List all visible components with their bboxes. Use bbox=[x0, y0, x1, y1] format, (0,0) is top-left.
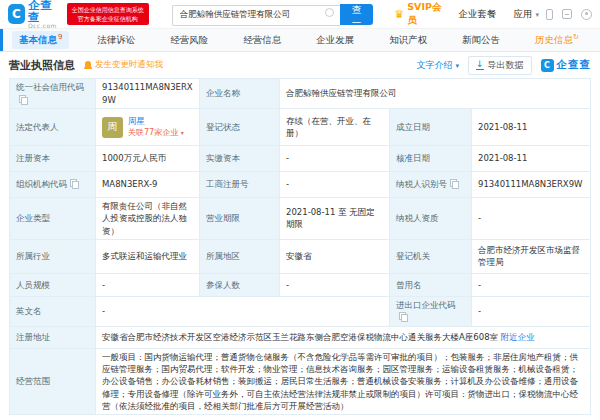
reg-capital-value: 1000万元人民币 bbox=[96, 146, 200, 172]
business-scope-value: 一般项目：国内货物运输代理；普通货物仓储服务（不含危险化学品等需许可审批的项目）… bbox=[96, 348, 591, 415]
english-name-value: - bbox=[96, 296, 390, 326]
reg-status-label: 登记状态 bbox=[200, 109, 280, 146]
reg-authority-label: 登记机关 bbox=[390, 239, 472, 273]
legal-rep-avatar[interactable]: 周 bbox=[102, 117, 123, 138]
former-name-value: - bbox=[472, 273, 591, 296]
bell-icon bbox=[84, 61, 92, 70]
approval-date-label: 核准日期 bbox=[390, 146, 472, 172]
section-title: 营业执照信息 bbox=[9, 58, 75, 73]
company-type-label: 企业类型 bbox=[10, 198, 96, 240]
table-row: 经营范围 一般项目：国内货物运输代理；普通货物仓储服务（不含危险化学品等需许可审… bbox=[10, 348, 591, 415]
search-input[interactable] bbox=[172, 5, 340, 26]
staff-size-label: 人员规模 bbox=[10, 273, 96, 296]
staff-size-value: - bbox=[96, 273, 200, 296]
download-icon: ↓ bbox=[476, 60, 484, 69]
region-value: 安徽省 bbox=[280, 239, 390, 273]
crown-icon: ♛ bbox=[394, 9, 404, 20]
nearby-companies-link[interactable]: 附近企业 bbox=[501, 332, 535, 342]
est-date-value: 2021-08-11 bbox=[472, 109, 591, 146]
chevron-down-icon: ▾ bbox=[181, 129, 184, 136]
business-license-table: 统一社会信用代码 91340111MA8N3ERX9W 企业名称 合肥鲸翰供应链… bbox=[9, 78, 591, 415]
industry-label: 所属行业 bbox=[10, 239, 96, 273]
copy-icon[interactable] bbox=[450, 179, 458, 188]
table-row: 英文名 - 进出口企业代码 - bbox=[10, 296, 591, 326]
enterprise-package-link[interactable]: 企业套餐 bbox=[458, 8, 496, 21]
table-row: 组织机构代码 MA8N3ERX-9 工商注册号 - 纳税人识别号 9134011… bbox=[10, 172, 591, 198]
reg-capital-label: 注册资本 bbox=[10, 146, 96, 172]
copy-icon[interactable] bbox=[19, 95, 27, 104]
tab-news-announcements[interactable]: 新闻公告 bbox=[455, 32, 507, 49]
table-row: 企业类型 有限责任公司（非自然人投资或控股的法人独资） 营业期限 2021-08… bbox=[10, 198, 591, 240]
tab-operation-info[interactable]: 经营信息 bbox=[236, 32, 288, 49]
tab-nav: 基本信息9 法律诉讼 经营风险 经营信息 企业发展 知识产权 新闻公告 历史信息… bbox=[0, 28, 600, 52]
table-row: 统一社会信用代码 91340111MA8N3ERX9W 企业名称 合肥鲸翰供应链… bbox=[10, 79, 591, 109]
approval-date-value: 2021-08-11 bbox=[472, 146, 591, 172]
org-code-value: MA8N3ERX-9 bbox=[96, 172, 200, 198]
chevron-down-icon: ▾ bbox=[455, 62, 459, 70]
org-code-label: 组织机构代码 bbox=[10, 172, 96, 198]
tab-operation-risk[interactable]: 经营风险 bbox=[163, 32, 215, 49]
tab-basic-info[interactable]: 基本信息9 bbox=[12, 31, 69, 49]
import-export-code-label: 进出口企业代码 bbox=[390, 296, 472, 326]
legal-rep-name-link[interactable]: 周星 bbox=[128, 115, 184, 127]
region-label: 所属地区 bbox=[200, 239, 280, 273]
export-data-button[interactable]: ↓ 导出数据 bbox=[468, 56, 532, 75]
qcc-watermark: C 企查查 bbox=[541, 58, 592, 72]
change-notify-link[interactable]: 发生变更时通知我 bbox=[84, 59, 163, 71]
table-row: 法定代表人 周 周星 关联77家企业 ▾ 登记状态 存续（在营、开业、在册） 成… bbox=[10, 109, 591, 146]
chevron-down-icon: ▾ bbox=[535, 11, 539, 19]
taxpayer-quality-label: 纳税人资质 bbox=[390, 198, 472, 240]
related-companies-link[interactable]: 关联77家企业 ▾ bbox=[128, 127, 184, 139]
copy-icon[interactable] bbox=[70, 179, 78, 188]
credit-code-value: 91340111MA8N3ERX9W bbox=[96, 79, 200, 109]
table-row: 人员规模 - 参保人数 - 曾用名 - bbox=[10, 273, 591, 296]
industry-value: 多式联运和运输代理业 bbox=[96, 239, 200, 273]
table-row: 注册地址 安徽省合肥市经济技术开发区空港经济示范区玉兰花路东侧合肥空港保税物流中… bbox=[10, 326, 591, 348]
reg-authority-value: 合肥市经济开发区市场监督管理局 bbox=[472, 239, 591, 273]
english-name-label: 英文名 bbox=[10, 296, 96, 326]
tab-legal-litigation[interactable]: 法律诉讼 bbox=[90, 32, 142, 49]
legal-rep-cell: 周 周星 关联77家企业 ▾ bbox=[96, 109, 200, 146]
reg-status-value: 存续（在营、开业、在册） bbox=[280, 109, 390, 146]
qcc-mini-logo-icon: C bbox=[541, 59, 554, 72]
grid-menu-icon[interactable] bbox=[562, 9, 572, 19]
insured-count-value: - bbox=[280, 273, 390, 296]
table-row: 所属行业 多式联运和运输代理业 所属地区 安徽省 登记机关 合肥市经济开发区市场… bbox=[10, 239, 591, 273]
biz-reg-no-value: - bbox=[280, 172, 390, 198]
address-label: 注册地址 bbox=[10, 326, 96, 348]
legal-rep-label: 法定代表人 bbox=[10, 109, 96, 146]
taxpayer-id-value: 91340111MA8N3ERX9W bbox=[472, 172, 591, 198]
qcc-logo[interactable]: C 企查查 Qcc.com bbox=[8, 0, 60, 29]
copy-icon[interactable] bbox=[399, 312, 407, 321]
company-name-label: 企业名称 bbox=[200, 79, 280, 109]
user-avatar-icon[interactable] bbox=[581, 9, 592, 20]
history-refresh-icon: ↻ bbox=[573, 33, 579, 41]
biz-reg-no-label: 工商注册号 bbox=[200, 172, 280, 198]
former-name-label: 曾用名 bbox=[390, 273, 472, 296]
company-name-value: 合肥鲸翰供应链管理有限公司 bbox=[280, 79, 591, 109]
biz-term-value: 2021-08-11 至 无固定期限 bbox=[280, 198, 390, 240]
taxpayer-id-label: 纳税人识别号 bbox=[390, 172, 472, 198]
official-certification-badge: 全国企业信用信息查询系统 官方备案企业征信机构 bbox=[67, 3, 149, 25]
mobile-app-icon[interactable] bbox=[546, 9, 553, 20]
business-scope-label: 经营范围 bbox=[10, 348, 96, 415]
qcc-logo-icon: C bbox=[8, 4, 25, 24]
tab-intellectual-property[interactable]: 知识产权 bbox=[382, 32, 434, 49]
est-date-label: 成立日期 bbox=[390, 109, 472, 146]
text-intro-dropdown[interactable]: 文字介绍 ▾ bbox=[417, 59, 459, 72]
import-export-code-value: - bbox=[472, 296, 591, 326]
address-cell: 安徽省合肥市经济技术开发区空港经济示范区玉兰花路东侧合肥空港保税物流中心通关服务… bbox=[96, 326, 591, 348]
search-button[interactable]: 查一下 bbox=[340, 4, 374, 25]
apps-menu[interactable]: 应用 ▾ bbox=[513, 8, 539, 21]
top-right-icons bbox=[546, 9, 592, 20]
credit-code-label: 统一社会信用代码 bbox=[10, 79, 96, 109]
insured-count-label: 参保人数 bbox=[200, 273, 280, 296]
svip-membership-link[interactable]: ♛ SVIP会员 bbox=[394, 1, 441, 27]
search-bar: 查一下 bbox=[172, 2, 374, 26]
table-row: 注册资本 1000万元人民币 实缴资本 - 核准日期 2021-08-11 bbox=[10, 146, 591, 172]
logo-text: 企查查 bbox=[28, 0, 60, 23]
company-type-value: 有限责任公司（非自然人投资或控股的法人独资） bbox=[96, 198, 200, 240]
tab-company-development[interactable]: 企业发展 bbox=[309, 32, 361, 49]
tab-history-info[interactable]: 历史信息↻ bbox=[528, 31, 586, 49]
biz-term-label: 营业期限 bbox=[200, 198, 280, 240]
